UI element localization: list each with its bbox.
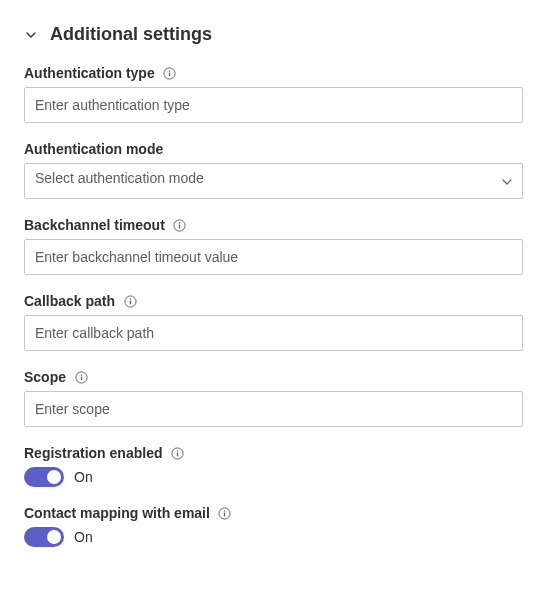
callback-path-input[interactable] (24, 315, 523, 351)
svg-rect-8 (129, 300, 130, 304)
svg-rect-2 (169, 72, 170, 76)
field-label-row: Backchannel timeout (24, 217, 523, 233)
scope-input[interactable] (24, 391, 523, 427)
info-icon[interactable] (163, 66, 177, 80)
svg-rect-17 (224, 512, 225, 516)
svg-rect-5 (179, 224, 180, 228)
svg-point-1 (169, 70, 170, 71)
select-wrapper: Select authentication mode (24, 163, 523, 199)
field-label-row: Scope (24, 369, 523, 385)
toggle-row: On (24, 527, 523, 547)
scope-label: Scope (24, 369, 66, 385)
field-label-row: Authentication mode (24, 141, 523, 157)
svg-rect-14 (177, 452, 178, 456)
field-contact-mapping: Contact mapping with email On (24, 505, 523, 547)
info-icon[interactable] (123, 294, 137, 308)
contact-mapping-label: Contact mapping with email (24, 505, 210, 521)
toggle-thumb (47, 530, 61, 544)
registration-enabled-label: Registration enabled (24, 445, 162, 461)
authentication-type-label: Authentication type (24, 65, 155, 81)
authentication-type-input[interactable] (24, 87, 523, 123)
field-backchannel-timeout: Backchannel timeout (24, 217, 523, 275)
svg-point-10 (80, 374, 81, 375)
chevron-down-icon (24, 28, 38, 42)
field-callback-path: Callback path (24, 293, 523, 351)
toggle-thumb (47, 470, 61, 484)
svg-point-16 (224, 510, 225, 511)
callback-path-label: Callback path (24, 293, 115, 309)
authentication-mode-select[interactable]: Select authentication mode (24, 163, 523, 199)
section-header[interactable]: Additional settings (24, 24, 523, 45)
info-icon[interactable] (218, 506, 232, 520)
svg-rect-11 (80, 376, 81, 380)
authentication-mode-label: Authentication mode (24, 141, 163, 157)
field-label-row: Authentication type (24, 65, 523, 81)
info-icon[interactable] (173, 218, 187, 232)
contact-mapping-state: On (74, 529, 93, 545)
contact-mapping-toggle[interactable] (24, 527, 64, 547)
registration-enabled-state: On (74, 469, 93, 485)
field-registration-enabled: Registration enabled On (24, 445, 523, 487)
field-authentication-type: Authentication type (24, 65, 523, 123)
toggle-row: On (24, 467, 523, 487)
section-title: Additional settings (50, 24, 212, 45)
field-label-row: Contact mapping with email (24, 505, 523, 521)
backchannel-timeout-label: Backchannel timeout (24, 217, 165, 233)
field-scope: Scope (24, 369, 523, 427)
svg-point-4 (179, 222, 180, 223)
svg-point-13 (177, 450, 178, 451)
registration-enabled-toggle[interactable] (24, 467, 64, 487)
field-label-row: Registration enabled (24, 445, 523, 461)
info-icon[interactable] (170, 446, 184, 460)
field-authentication-mode: Authentication mode Select authenticatio… (24, 141, 523, 199)
info-icon[interactable] (74, 370, 88, 384)
svg-point-7 (129, 298, 130, 299)
backchannel-timeout-input[interactable] (24, 239, 523, 275)
field-label-row: Callback path (24, 293, 523, 309)
